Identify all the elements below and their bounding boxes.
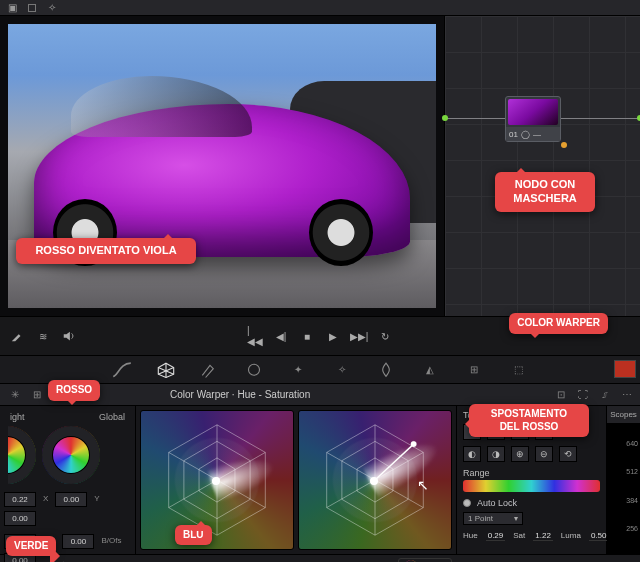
sat-label: Sat — [513, 531, 525, 541]
hue-range-strip[interactable] — [463, 480, 600, 492]
val-a1[interactable]: 0.22 — [4, 492, 36, 507]
node-number: 01 — [509, 130, 518, 139]
node-mask-icon: ◯ — [521, 130, 530, 139]
callout-blu: BLU — [175, 525, 212, 546]
warper-hue-sat-left[interactable]: BLU — [140, 410, 294, 550]
svg-point-0 — [249, 364, 260, 375]
stack-icon[interactable]: ≋ — [36, 329, 50, 343]
range-label: Range — [463, 468, 600, 478]
callout-viewer: ROSSO DIVENTATO VIOLA — [16, 238, 196, 264]
tool-b[interactable]: ◑ — [487, 446, 505, 462]
warper-grid-icon[interactable]: ⊞ — [30, 388, 44, 402]
prev-clip-icon[interactable]: |◀◀ — [248, 329, 262, 343]
wheel-right-label: Global — [99, 412, 125, 422]
qualifier-icon[interactable] — [199, 361, 221, 379]
picker-icon[interactable] — [10, 329, 24, 343]
tick-384: 384 — [626, 497, 638, 504]
panel-title: Color Warper · Hue - Saturation — [170, 389, 310, 400]
sat-value[interactable]: 1.22 — [533, 531, 553, 541]
lbl-y: Y — [91, 492, 102, 507]
color-wheels-pane: ight Global 0.22 X 0.00 Y 0.00 0.00 MD 0… — [0, 406, 136, 554]
corrector-node[interactable]: 01 ◯ — — [505, 96, 561, 142]
lower-panels: ight Global 0.22 X 0.00 Y 0.00 0.00 MD 0… — [0, 406, 640, 554]
tick-640: 640 — [626, 440, 638, 447]
cursor-icon: ↖ — [417, 477, 429, 493]
next-clip-icon[interactable]: ▶▶| — [352, 329, 366, 343]
tool-a[interactable]: ◐ — [463, 446, 481, 462]
sizing-icon[interactable]: ⊞ — [463, 361, 485, 379]
transport-bar: ≋ |◀◀ ◀| ■ ▶ ▶▶| ↻ COLOR WARPER — [0, 316, 640, 356]
warper-scopes: BLU ↖ — [136, 406, 456, 554]
warper-spider-icon[interactable]: ✳ — [8, 388, 22, 402]
frame-box-icon[interactable] — [28, 4, 36, 12]
hue-value[interactable]: 0.29 — [486, 531, 506, 541]
magic-mask-icon[interactable]: ✧ — [331, 361, 353, 379]
node-link-icon: — — [533, 130, 541, 139]
point-select[interactable]: 1 Point ▾ — [463, 512, 523, 525]
curves-icon[interactable] — [111, 361, 133, 379]
loop-icon[interactable]: ↻ — [378, 329, 392, 343]
speaker-icon[interactable] — [62, 329, 76, 343]
zoom-fit-icon[interactable]: ⊡ — [554, 388, 568, 402]
scopes-mini-pane: Scopes 640 512 384 256 — [606, 406, 640, 554]
waveform-toggle-icon[interactable]: ⎎ — [598, 388, 612, 402]
luma-label: Luma — [561, 531, 581, 541]
viewer-top-strip: ▣ ✧ — [0, 0, 640, 16]
color-warper-header: ✳ ⊞ ••• Color Warper · Hue - Saturation … — [0, 384, 640, 406]
callout-verde: VERDE — [6, 536, 56, 557]
key-icon[interactable]: ◭ — [419, 361, 441, 379]
main-area: ROSSO DIVENTATO VIOLA 01 ◯ — NODO CON MA… — [0, 16, 640, 316]
expand-icon[interactable]: ⛶ — [576, 388, 590, 402]
tracking-icon[interactable]: ✦ — [287, 361, 309, 379]
val-b1[interactable]: 0.00 — [55, 492, 87, 507]
blur-icon[interactable] — [375, 361, 397, 379]
clip-icon[interactable]: ▣ — [6, 2, 18, 14]
hue-label: Hue — [463, 531, 478, 541]
more-icon[interactable]: ⋯ — [620, 388, 634, 402]
stop-icon[interactable]: ■ — [300, 329, 314, 343]
luma-value[interactable]: 0.50 — [589, 531, 609, 541]
node-graph[interactable]: 01 ◯ — NODO CON MASCHERA — [445, 16, 640, 316]
lbl-bofs: B/Ofs — [98, 534, 124, 549]
play-icon[interactable]: ▶ — [326, 329, 340, 343]
callout-spostamento: SPOSTAMENTO DEL ROSSO — [469, 404, 589, 437]
hsp-mode-pill[interactable]: HSP ▾ — [398, 558, 452, 563]
warper-tools-pane: Tools ↖ ✎ 📍 ⇲ ◐ ◑ ⊕ ⊖ ⟲ Range Auto Lock … — [456, 406, 606, 554]
wand-icon[interactable]: ✧ — [46, 2, 58, 14]
step-back-icon[interactable]: ◀| — [274, 329, 288, 343]
global-wheel[interactable] — [42, 426, 100, 484]
callout-node: NODO CON MASCHERA — [495, 172, 595, 212]
wheel-left-label: ight — [10, 412, 25, 422]
window-icon[interactable] — [243, 361, 265, 379]
tick-512: 512 — [626, 468, 638, 475]
brand-badge — [614, 360, 636, 378]
val-c1[interactable]: 0.00 — [4, 511, 36, 526]
waveform-mini[interactable]: 640 512 384 256 — [607, 424, 640, 554]
tool-e[interactable]: ⟲ — [559, 446, 577, 462]
node-thumbnail — [508, 99, 558, 125]
autolock-label: Auto Lock — [477, 498, 517, 508]
autolock-radio[interactable] — [463, 499, 471, 507]
viewer-panel: ROSSO DIVENTATO VIOLA — [0, 16, 445, 316]
color-warper-icon[interactable] — [155, 361, 177, 379]
callout-rosso: ROSSO — [48, 380, 100, 401]
tool-c[interactable]: ⊕ — [511, 446, 529, 462]
warper-hue-sat-right[interactable]: ↖ — [298, 410, 452, 550]
highlight-wheel[interactable] — [8, 426, 36, 484]
scopes-tab[interactable]: Scopes — [607, 406, 640, 424]
tool-d[interactable]: ⊖ — [535, 446, 553, 462]
viewer-image[interactable] — [8, 24, 436, 308]
lbl-x: X — [40, 492, 51, 507]
tick-256: 256 — [626, 525, 638, 532]
callout-color-warper: COLOR WARPER — [509, 313, 608, 334]
3d-icon[interactable]: ⬚ — [507, 361, 529, 379]
